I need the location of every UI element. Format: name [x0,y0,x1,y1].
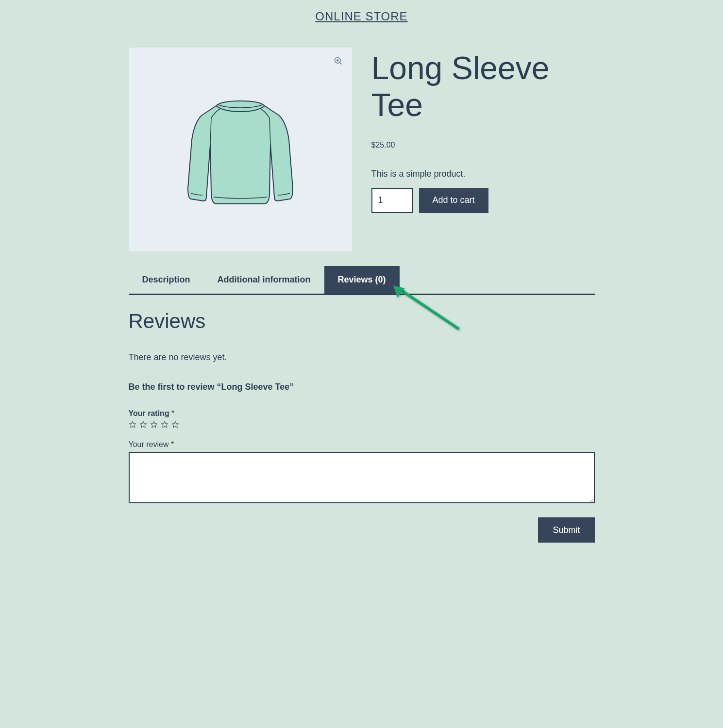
svg-line-1 [339,63,341,65]
star-2-icon[interactable] [139,421,147,429]
no-reviews-text: There are no reviews yet. [129,352,595,363]
submit-button[interactable]: Submit [538,517,594,543]
review-textarea[interactable] [129,452,595,503]
rating-label: Your rating * [129,409,595,418]
submit-row: Submit [129,517,595,543]
reviews-heading: Reviews [129,310,595,333]
reviews-section: Reviews There are no reviews yet. Be the… [129,295,595,543]
svg-marker-9 [161,421,168,428]
svg-marker-6 [129,421,135,428]
tab-additional-info[interactable]: Additional information [204,266,324,294]
star-1-icon[interactable] [129,421,136,429]
svg-marker-10 [172,421,178,428]
quantity-input[interactable] [371,188,413,213]
zoom-icon[interactable] [334,56,343,66]
product-image-container [129,48,352,251]
store-title[interactable]: ONLINE STORE [129,10,595,23]
star-rating [129,421,595,429]
tabs-container: Description Additional information Revie… [129,266,595,295]
product-description: This is a simple product. [371,169,595,179]
product-image[interactable] [168,77,313,222]
review-label: Your review * [129,440,595,449]
product-section: Long Sleeve Tee $25.00 This is a simple … [129,48,595,251]
star-4-icon[interactable] [161,421,168,429]
review-prompt: Be the first to review “Long Sleeve Tee” [129,382,595,392]
add-to-cart-button[interactable]: Add to cart [419,188,488,213]
product-title: Long Sleeve Tee [371,50,595,124]
svg-marker-8 [151,421,157,428]
cart-row: Add to cart [371,188,595,213]
product-price: $25.00 [371,141,595,149]
tab-reviews[interactable]: Reviews (0) [324,266,400,294]
svg-marker-7 [140,421,146,428]
product-details: Long Sleeve Tee $25.00 This is a simple … [371,48,595,251]
tab-description[interactable]: Description [129,266,204,294]
star-5-icon[interactable] [171,421,179,429]
star-3-icon[interactable] [150,421,158,429]
